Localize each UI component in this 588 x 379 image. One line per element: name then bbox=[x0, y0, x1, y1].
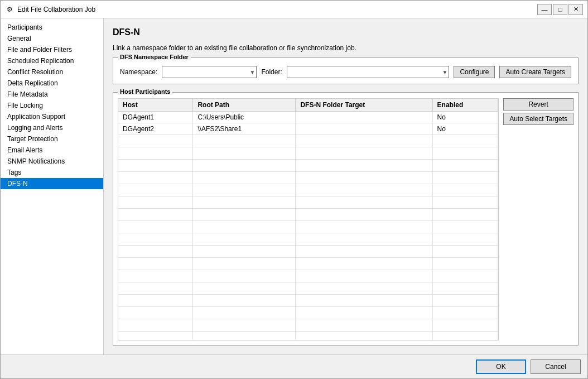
sidebar-item-target-protection[interactable]: Target Protection bbox=[1, 133, 103, 145]
host-participants-group: Host Participants Host Root Path DFS-N F… bbox=[113, 92, 579, 346]
table-row-empty bbox=[118, 282, 498, 295]
folder-dropdown-wrapper[interactable]: ▼ bbox=[287, 66, 450, 78]
host-participants-group-label: Host Participants bbox=[118, 88, 172, 95]
table-row-empty bbox=[118, 209, 498, 221]
auto-select-targets-button[interactable]: Auto Select Targets bbox=[503, 113, 573, 125]
sidebar-item-logging-and-alerts[interactable]: Logging and Alerts bbox=[1, 122, 103, 133]
col-host: Host bbox=[118, 99, 193, 112]
table-row-empty bbox=[118, 270, 498, 282]
table-row-empty bbox=[118, 221, 498, 233]
description-text: Link a namespace folder to an existing f… bbox=[113, 44, 579, 52]
dfs-namespace-group: DFS Namespace Folder Namespace: ▼ Folder… bbox=[113, 57, 579, 84]
table-row[interactable]: DGAgent1C:\Users\PublicNo bbox=[118, 112, 498, 123]
minimize-button[interactable]: — bbox=[537, 4, 552, 15]
table-header-row: Host Root Path DFS-N Folder Target Enabl… bbox=[118, 99, 498, 112]
window-title: Edit File Collaboration Job bbox=[17, 6, 537, 13]
sidebar-item-scheduled-replication[interactable]: Scheduled Replication bbox=[1, 55, 103, 66]
sidebar-item-snmp-notifications[interactable]: SNMP Notifications bbox=[1, 156, 103, 167]
main-inner: DFS-N Link a namespace folder to an exis… bbox=[113, 27, 579, 346]
window-icon: ⚙ bbox=[5, 5, 14, 14]
main-content: DFS-N Link a namespace folder to an exis… bbox=[104, 18, 587, 354]
namespace-dropdown-wrapper[interactable]: ▼ bbox=[162, 66, 257, 78]
sidebar-item-conflict-resolution[interactable]: Conflict Resolution bbox=[1, 66, 103, 78]
dfs-namespace-content: Namespace: ▼ Folder: ▼ Configure bbox=[113, 58, 578, 84]
table-row-empty bbox=[118, 135, 498, 147]
sidebar-item-participants[interactable]: Participants bbox=[1, 22, 103, 33]
sidebar-item-application-support[interactable]: Application Support bbox=[1, 111, 103, 122]
table-row-empty bbox=[118, 319, 498, 332]
auto-create-targets-button[interactable]: Auto Create Targets bbox=[499, 66, 571, 78]
table-row-empty bbox=[118, 332, 498, 341]
table-row-empty bbox=[118, 196, 498, 209]
table-row[interactable]: DGAgent2\\AFS2\Share1No bbox=[118, 123, 498, 135]
participants-table: Host Root Path DFS-N Folder Target Enabl… bbox=[118, 99, 498, 340]
table-buttons: Revert Auto Select Targets bbox=[499, 98, 578, 345]
main-window: ⚙ Edit File Collaboration Job — □ ✕ Part… bbox=[0, 0, 588, 379]
maximize-button[interactable]: □ bbox=[553, 4, 567, 15]
close-button[interactable]: ✕ bbox=[568, 4, 583, 15]
col-dfs-folder-target: DFS-N Folder Target bbox=[296, 99, 432, 112]
title-bar: ⚙ Edit File Collaboration Job — □ ✕ bbox=[1, 1, 587, 18]
revert-button[interactable]: Revert bbox=[503, 98, 573, 111]
sidebar-item-email-alerts[interactable]: Email Alerts bbox=[1, 145, 103, 156]
table-row-empty bbox=[118, 172, 498, 184]
sidebar-item-file-locking[interactable]: File Locking bbox=[1, 100, 103, 111]
footer: OK Cancel bbox=[1, 354, 587, 378]
sidebar-item-general[interactable]: General bbox=[1, 33, 103, 44]
folder-label: Folder: bbox=[261, 68, 282, 76]
table-row-empty bbox=[118, 147, 498, 160]
table-row-empty bbox=[118, 295, 498, 307]
namespace-label: Namespace: bbox=[120, 68, 157, 76]
table-row-empty bbox=[118, 307, 498, 319]
namespace-dropdown[interactable] bbox=[162, 66, 256, 78]
folder-dropdown[interactable] bbox=[287, 66, 449, 78]
sidebar-item-dfs-n[interactable]: DFS-N bbox=[1, 178, 103, 189]
dfs-namespace-label: DFS Namespace Folder bbox=[118, 54, 191, 60]
col-root-path: Root Path bbox=[193, 99, 296, 112]
table-row-empty bbox=[118, 258, 498, 270]
table-row-empty bbox=[118, 184, 498, 196]
configure-button[interactable]: Configure bbox=[454, 66, 495, 78]
sidebar-item-tags[interactable]: Tags bbox=[1, 167, 103, 178]
sidebar-item-file-and-folder-filters[interactable]: File and Folder Filters bbox=[1, 44, 103, 55]
table-container[interactable]: Host Root Path DFS-N Folder Target Enabl… bbox=[118, 98, 499, 340]
table-row-empty bbox=[118, 246, 498, 258]
content-area: ParticipantsGeneralFile and Folder Filte… bbox=[1, 18, 587, 354]
sidebar: ParticipantsGeneralFile and Folder Filte… bbox=[1, 18, 104, 354]
section-title: DFS-N bbox=[113, 27, 579, 37]
table-row-empty bbox=[118, 233, 498, 246]
table-row-empty bbox=[118, 160, 498, 172]
sidebar-item-file-metadata[interactable]: File Metadata bbox=[1, 89, 103, 100]
table-area: Host Root Path DFS-N Folder Target Enabl… bbox=[113, 93, 578, 345]
namespace-row: Namespace: ▼ Folder: ▼ Configure bbox=[120, 66, 571, 78]
title-bar-controls: — □ ✕ bbox=[537, 4, 583, 15]
sidebar-item-delta-replication[interactable]: Delta Replication bbox=[1, 78, 103, 89]
cancel-button[interactable]: Cancel bbox=[531, 359, 581, 374]
ok-button[interactable]: OK bbox=[476, 359, 526, 374]
col-enabled: Enabled bbox=[432, 99, 498, 112]
